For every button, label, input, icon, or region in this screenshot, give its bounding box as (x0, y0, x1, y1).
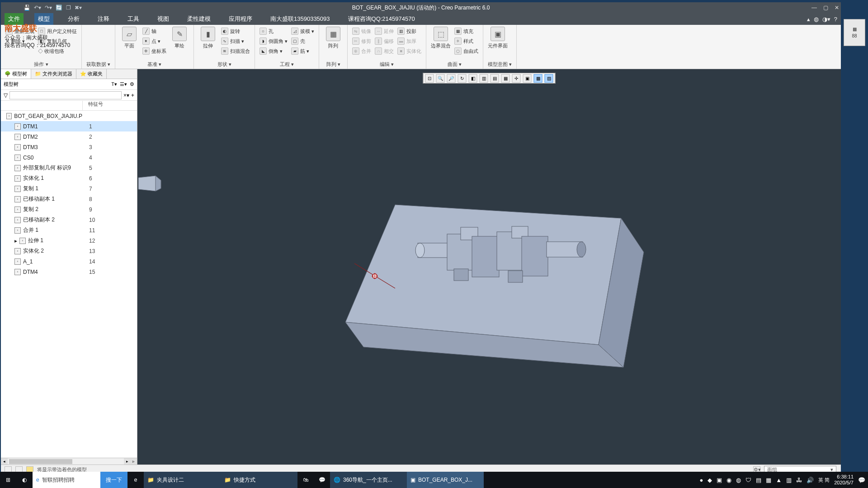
tab-model-tree[interactable]: 🌳模型树 (1, 69, 31, 79)
round-button[interactable]: ◗倒圆角 ▾ (259, 37, 288, 46)
scroll-left-icon[interactable]: ◂ (1, 458, 8, 465)
datum-display-icon[interactable]: ▣ (523, 74, 532, 83)
tree-filter-input[interactable] (9, 91, 122, 99)
qat-close-icon[interactable]: ✖▾ (75, 5, 82, 11)
thicken-button[interactable]: ▬加厚 (397, 37, 421, 46)
tree-row[interactable]: ▫已移动副本 18 (1, 194, 137, 204)
tray-icon[interactable]: ▤ (756, 477, 761, 483)
maximize-icon[interactable]: ▢ (823, 5, 828, 11)
udf-button[interactable]: □用户定义特征 (38, 27, 77, 36)
fill-button[interactable]: ▩填充 (454, 27, 478, 36)
extend-button[interactable]: ↔延伸 (375, 27, 394, 36)
tree-row[interactable]: ▫DTM22 (1, 131, 137, 142)
scroll-right-icon[interactable]: ▸ (124, 458, 131, 465)
taskbar-search-button[interactable]: 搜一下 (100, 472, 127, 488)
swept-blend-button[interactable]: ≋扫描混合 (221, 47, 250, 56)
extrude-button[interactable]: ▮拉伸 (198, 27, 217, 49)
cortana-icon[interactable]: ◐ (16, 472, 33, 488)
tree-root[interactable]: ▫BOT_GEAR_BOX_JIAJIU.P (1, 111, 137, 121)
tree-body[interactable]: ▫BOT_GEAR_BOX_JIAJIU.P ▫DTM11▫DTM22▫DTM3… (1, 111, 137, 458)
tray-icon[interactable]: ● (699, 477, 703, 483)
right-tool-strip[interactable]: ▦ 88 (844, 19, 865, 46)
tray-icon[interactable]: ▣ (717, 477, 722, 483)
tree-row[interactable]: ▫复制 17 (1, 183, 137, 194)
mirror-button[interactable]: ⇋镜像 (352, 27, 371, 36)
qat-regen-icon[interactable]: 🔄 (56, 5, 62, 11)
menu-vendor2[interactable]: 课程咨询QQ:2145974570 (344, 13, 419, 25)
tray-icon[interactable]: ◍ (736, 477, 741, 483)
qat-redo-icon[interactable]: ↷▾ (45, 5, 52, 11)
tray-icon[interactable]: ◆ (708, 477, 712, 483)
task-folder1[interactable]: 📁夹具设计二 (144, 472, 221, 488)
tree-row[interactable]: ▫已移动副本 210 (1, 215, 137, 225)
tree-row[interactable]: ▫外部复制几何 标识95 (1, 163, 137, 173)
regen-button[interactable]: ↻重新生成 (5, 27, 34, 36)
tree-row[interactable]: ▫合并 111 (1, 225, 137, 235)
point-button[interactable]: ⁕点 ▾ (142, 37, 166, 46)
wrap-button[interactable]: ◇ 收缩包络 (38, 47, 77, 56)
hole-button[interactable]: ○孔 (259, 27, 288, 36)
tray-network-icon[interactable]: 🖧 (796, 477, 802, 483)
minimize-icon[interactable]: — (811, 5, 817, 11)
boundary-blend-button[interactable]: ⬚边界混合 (431, 27, 451, 49)
freeform-button[interactable]: ◌自由式 (454, 47, 478, 56)
menu-analysis[interactable]: 分析 (64, 13, 83, 25)
taskbar-search-box[interactable]: e智联招聘招聘 (33, 472, 100, 488)
tree-show-icon[interactable]: ☰▾ (120, 81, 127, 87)
tree-h-scrollbar[interactable]: ◂ ▸ ▹ (1, 458, 137, 465)
menu-annotate[interactable]: 注释 (94, 13, 113, 25)
globe-icon[interactable]: ◍ (814, 16, 819, 23)
tray-notifications-icon[interactable]: 💬 (858, 477, 865, 483)
zoom-out-icon[interactable]: 🔎 (447, 74, 456, 83)
filter-icon[interactable]: ▽ (4, 92, 8, 99)
plane-button[interactable]: ▱平面 (120, 27, 139, 49)
tray-icon[interactable]: ◉ (726, 477, 731, 483)
axis-button[interactable]: ╱轴 (142, 27, 166, 36)
tree-row[interactable]: ▫复制 29 (1, 204, 137, 215)
task-store[interactable]: 🛍 (297, 472, 314, 488)
trim-button[interactable]: ✂修剪 (352, 37, 371, 46)
chamfer-button[interactable]: ◣倒角 ▾ (259, 47, 288, 56)
draft-button[interactable]: ◿拔模 ▾ (291, 27, 314, 36)
saved-views-icon[interactable]: ▥ (480, 74, 488, 83)
display-icon[interactable]: ▨ (545, 74, 553, 83)
tree-row[interactable]: ▫CS04 (1, 152, 137, 163)
component-ui-button[interactable]: ▣元件界面 (488, 27, 508, 49)
zoom-in-icon[interactable]: 🔍 (436, 74, 445, 83)
start-button[interactable]: ⊞ (0, 472, 16, 488)
tray-volume-icon[interactable]: 🔊 (807, 477, 814, 483)
copygeo-button[interactable]: ◧复制几何 (38, 37, 77, 46)
tray-icon[interactable]: ▦ (766, 477, 771, 483)
menu-model[interactable]: 模型 (34, 13, 53, 25)
csys-button[interactable]: ✛坐标系 (142, 47, 166, 56)
revolve-button[interactable]: ◐旋转 (221, 27, 250, 36)
style-button[interactable]: ✧样式 (454, 37, 478, 46)
task-wechat[interactable]: 💬 (314, 472, 330, 488)
qat-window-icon[interactable]: ❐ (66, 5, 71, 11)
tray-ime[interactable]: 英 简 (818, 477, 830, 483)
shell-button[interactable]: ▢壳 (291, 37, 314, 46)
tab-folder-browser[interactable]: 📁文件夹浏览器 (31, 69, 76, 79)
task-creo[interactable]: ▣BOT_GEAR_BOX_J... (407, 472, 484, 488)
display-style-icon[interactable]: ◧ (469, 74, 477, 83)
tree-row[interactable]: ▫DTM33 (1, 142, 137, 152)
close-icon[interactable]: ✕ (835, 5, 839, 11)
task-browser[interactable]: 🌐360导航_一个主页... (330, 472, 407, 488)
rib-button[interactable]: ▰筋 ▾ (291, 47, 314, 56)
spin-center-icon[interactable]: ▩ (534, 74, 542, 83)
pattern-button[interactable]: ▦阵列 (324, 27, 343, 49)
sweep-button[interactable]: ∿扫描 ▾ (221, 37, 250, 46)
sketch-button[interactable]: ✎草绘 (170, 27, 189, 49)
expand-icon[interactable]: ▸ (14, 238, 17, 244)
tree-row[interactable]: ▸▫拉伸 112 (1, 235, 137, 246)
panel-collapse-icon[interactable]: ▹ (130, 458, 137, 465)
view-manager-icon[interactable]: ▤ (491, 74, 499, 83)
tree-settings-icon[interactable]: T▾ (111, 81, 117, 87)
tool-strip-icon[interactable]: ▦ (853, 27, 857, 32)
qat-undo-icon[interactable]: ↶▾ (34, 5, 41, 11)
menu-file[interactable]: 文件 (5, 13, 24, 25)
solidify-button[interactable]: ■实体化 (397, 47, 421, 56)
scroll-thumb[interactable] (9, 459, 72, 464)
menu-tool[interactable]: 工具 (124, 13, 143, 25)
offset-button[interactable]: ‖偏移 (375, 37, 394, 46)
